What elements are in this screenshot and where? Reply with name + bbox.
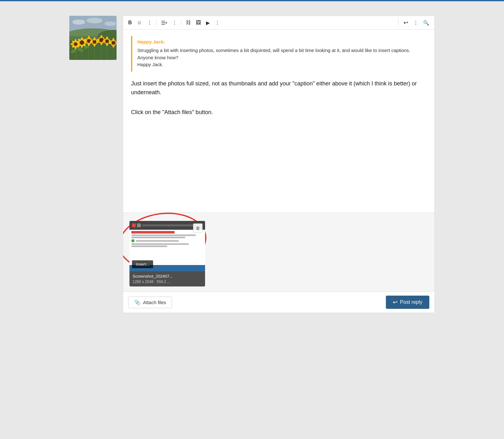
reply-arrow-icon: ↩ [393, 299, 398, 306]
preview-icon: 🔍 [423, 20, 429, 26]
svg-point-32 [77, 42, 80, 43]
fake-header-icon-2 [137, 223, 141, 227]
svg-point-30 [81, 37, 83, 40]
emoji-button[interactable]: ☺ [135, 19, 144, 27]
svg-point-47 [94, 43, 95, 47]
link-button[interactable]: ⛓ [184, 19, 193, 27]
fake-dot-row [131, 239, 203, 242]
post-reply-button[interactable]: ↩ Post reply [386, 296, 429, 309]
attachment-area: Insert... 🗑 Screenshot_202407... 1280 x … [123, 212, 434, 292]
image-button[interactable]: 🖼 [194, 19, 203, 27]
svg-point-48 [90, 41, 93, 43]
paperclip-icon: 📎 [134, 299, 140, 305]
delete-attachment-button[interactable]: 🗑 [193, 223, 203, 233]
svg-point-58 [106, 37, 108, 40]
svg-point-65 [112, 44, 114, 48]
insert-button[interactable]: Insert... [132, 260, 153, 268]
toolbar-separator-1 [156, 20, 157, 26]
bold-button[interactable]: B [126, 19, 134, 27]
attachment-wrapper: Insert... 🗑 Screenshot_202407... 1280 x … [129, 221, 205, 286]
reply-paragraph-1: Just insert the photos full sized, not a… [131, 79, 427, 97]
dots-icon-1: ⋮ [147, 20, 152, 26]
attachment-thumbnail: Insert... 🗑 [129, 221, 205, 271]
reply-paragraph-2: Click on the "Attach files" button. [131, 108, 427, 117]
fake-text-1 [131, 234, 196, 236]
avatar-svg [69, 16, 117, 60]
post-reply-label: Post reply [400, 299, 422, 305]
avatar [69, 16, 117, 60]
image-icon: 🖼 [196, 20, 201, 26]
video-button[interactable]: ▶ [204, 19, 212, 27]
svg-point-41 [88, 43, 90, 46]
svg-point-64 [112, 38, 114, 41]
svg-point-45 [93, 40, 96, 44]
svg-point-3 [105, 21, 116, 26]
more-options-button-4[interactable]: ⋮ [411, 19, 420, 27]
svg-point-53 [100, 42, 102, 45]
link-icon: ⛓ [186, 20, 191, 26]
svg-point-54 [96, 39, 100, 41]
undo-button[interactable]: ↩ [402, 18, 410, 27]
dots-icon-2: ⋮ [172, 20, 177, 26]
emoji-icon: ☺ [137, 20, 142, 26]
page-wrapper: B ☺ ⋮ ☰ ▾ ⋮ ⛓ 🖼 ▶ [63, 16, 441, 313]
svg-point-60 [102, 40, 106, 42]
preview-button[interactable]: 🔍 [421, 19, 431, 27]
svg-point-31 [81, 45, 83, 48]
dots-icon-4: ⋮ [413, 20, 418, 26]
undo-icon: ↩ [404, 19, 408, 26]
svg-point-42 [84, 40, 87, 42]
list-icon: ☰ [161, 20, 165, 26]
svg-point-1 [72, 20, 85, 25]
fake-ss-body [129, 230, 205, 265]
toolbar-separator-2 [181, 20, 181, 26]
fake-text-3 [136, 240, 179, 242]
fake-text-2 [131, 237, 185, 238]
more-options-button-2[interactable]: ⋮ [170, 19, 179, 27]
attachment-item: Insert... 🗑 Screenshot_202407... 1280 x … [129, 221, 205, 286]
video-icon: ▶ [206, 20, 210, 26]
fake-pink-bar [131, 231, 175, 234]
fake-text-4 [131, 243, 189, 245]
bold-icon: B [128, 20, 132, 26]
editor-body[interactable]: Happy Jack: Struggling a bit with insert… [123, 30, 434, 212]
more-options-button-1[interactable]: ⋮ [145, 19, 154, 27]
fake-text-5 [131, 245, 167, 247]
list-button[interactable]: ☰ ▾ [159, 19, 169, 27]
quote-author: Happy Jack: [137, 39, 421, 44]
svg-point-40 [88, 36, 90, 39]
editor-toolbar: B ☺ ⋮ ☰ ▾ ⋮ ⛓ 🖼 ▶ [123, 16, 434, 30]
svg-point-46 [94, 37, 95, 40]
svg-point-59 [106, 43, 108, 46]
attachment-info: Screenshot_202407... 1280 x 2048 · 558.2… [129, 271, 205, 286]
more-options-button-3[interactable]: ⋮ [213, 19, 221, 27]
svg-point-66 [109, 42, 112, 44]
attach-files-label: Attach files [143, 300, 166, 305]
bottom-bar: 📎 Attach files ↩ Post reply [123, 292, 434, 313]
svg-point-57 [105, 39, 109, 43]
quote-text: Struggling a bit with inserting photos, … [137, 47, 421, 68]
toolbar-right-section: ↩ ⋮ 🔍 [398, 18, 431, 27]
svg-point-63 [112, 41, 115, 45]
svg-point-21 [75, 46, 77, 49]
quote-block: Happy Jack: Struggling a bit with insert… [131, 36, 427, 72]
list-dropdown-icon: ▾ [165, 21, 167, 25]
editor-panel: B ☺ ⋮ ☰ ▾ ⋮ ⛓ 🖼 ▶ [123, 16, 435, 313]
dots-icon-3: ⋮ [215, 20, 220, 26]
fake-header-icon [132, 223, 136, 227]
trash-icon: 🗑 [196, 226, 200, 231]
avatar-column [69, 16, 117, 60]
svg-point-2 [87, 18, 102, 23]
svg-point-22 [71, 43, 74, 45]
svg-point-20 [75, 39, 77, 42]
avatar-image [69, 16, 117, 60]
attachment-meta: 1280 x 2048 · 558.2 ... [133, 280, 202, 284]
svg-point-52 [100, 35, 102, 38]
top-progress-bar [0, 0, 504, 1]
attachment-filename: Screenshot_202407... [133, 274, 202, 279]
attach-files-button[interactable]: 📎 Attach files [128, 297, 172, 308]
fake-green-dot [131, 239, 135, 242]
